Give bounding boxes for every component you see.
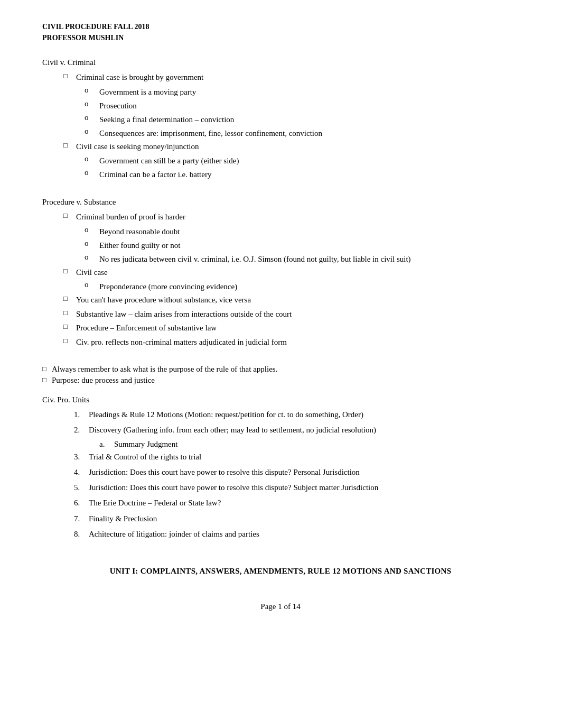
purpose-text1: Always remember to ask what is the purpo… <box>52 365 277 374</box>
list-item: o Seeking a final determination – convic… <box>85 113 519 126</box>
bullet-icon: □ <box>63 294 74 303</box>
section1-title: Civil v. Criminal <box>42 58 519 67</box>
list-item: o Either found guilty or not <box>85 239 519 252</box>
item-number: 6. <box>74 497 89 509</box>
item-text: Pleadings & Rule 12 Motions (Motion: req… <box>89 409 519 421</box>
list-item: o Beyond reasonable doubt <box>85 225 519 238</box>
item-text: You can't have procedure without substan… <box>76 294 519 306</box>
units-list: 1. Pleadings & Rule 12 Motions (Motion: … <box>74 409 519 540</box>
section-procedure-substance: Procedure v. Substance □ Criminal burden… <box>42 198 519 348</box>
subitem-text: Seeking a final determination – convicti… <box>99 113 519 126</box>
list-item: o Preponderance (more convincing evidenc… <box>85 280 519 293</box>
subitem-text: Preponderance (more convincing evidence) <box>99 280 519 293</box>
sub-bullet-icon: o <box>85 86 97 95</box>
list-item: □ Purpose: due process and justice <box>42 376 519 385</box>
bullet-icon: □ <box>63 322 74 331</box>
subitem-text: Government can still be a party (either … <box>99 154 519 167</box>
list-item: o Government can still be a party (eithe… <box>85 154 519 167</box>
list-item: □ Criminal burden of proof is harder <box>63 211 519 223</box>
header: CIVIL PROCEDURE FALL 2018 PROFESSOR MUSH… <box>42 21 519 43</box>
sub-bullet-icon: o <box>85 168 97 177</box>
subitems-container: o Beyond reasonable doubt o Either found… <box>85 225 519 265</box>
bullet-icon: □ <box>63 72 74 80</box>
bullet-icon: □ <box>63 337 74 345</box>
list-item: 1. Pleadings & Rule 12 Motions (Motion: … <box>74 409 519 421</box>
item-number: 5. <box>74 482 89 494</box>
sub-bullet-icon: o <box>85 113 97 122</box>
sub-bullet-icon: o <box>85 154 97 163</box>
subitem-text: Summary Judgment <box>114 440 177 449</box>
bullet-icon: □ <box>63 141 74 150</box>
list-item: □ Substantive law – claim arises from in… <box>63 308 519 320</box>
subitems-container: o Preponderance (more convincing evidenc… <box>85 280 519 293</box>
section4-title: Civ. Pro. Units <box>42 395 519 404</box>
item-text: Civil case <box>76 266 519 279</box>
list-item: a. Summary Judgment <box>99 440 519 449</box>
section-civil-criminal: Civil v. Criminal □ Criminal case is bro… <box>42 58 519 181</box>
subitem-text: Consequences are: imprisonment, fine, le… <box>99 127 519 140</box>
list-item: o Prosecution <box>85 99 519 112</box>
bullet-icon: □ <box>63 211 74 220</box>
item-text: Civil case is seeking money/injunction <box>76 141 519 153</box>
list-item: □ Procedure – Enforcement of substantive… <box>63 322 519 334</box>
item-text: Civ. pro. reflects non-criminal matters … <box>76 336 519 348</box>
list-item: o No res judicata between civil v. crimi… <box>85 253 519 265</box>
list-item: 6. The Erie Doctrine – Federal or State … <box>74 497 519 509</box>
section-units: Civ. Pro. Units 1. Pleadings & Rule 12 M… <box>42 395 519 540</box>
subitems-container: o Government can still be a party (eithe… <box>85 154 519 181</box>
list-item: □ Always remember to ask what is the pur… <box>42 365 519 374</box>
list-item: □ Civil case is seeking money/injunction <box>63 141 519 153</box>
list-item: 4. Jurisdiction: Does this court have po… <box>74 466 519 478</box>
subitem-text: Criminal can be a factor i.e. battery <box>99 168 519 181</box>
item-number: 1. <box>74 409 89 421</box>
item-number: 7. <box>74 513 89 525</box>
unit-title: UNIT I: COMPLAINTS, ANSWERS, AMENDMENTS,… <box>42 567 519 576</box>
list-item: 5. Jurisdiction: Does this court have po… <box>74 482 519 494</box>
subitem-text: Government is a moving party <box>99 86 519 98</box>
section-purpose: □ Always remember to ask what is the pur… <box>42 365 519 385</box>
item-text: Jurisdiction: Does this court have power… <box>89 466 519 478</box>
item-text: Achitecture of litigation: joinder of cl… <box>89 528 519 540</box>
page: CIVIL PROCEDURE FALL 2018 PROFESSOR MUSH… <box>0 0 561 728</box>
list-item: o Government is a moving party <box>85 86 519 98</box>
list-item: o Consequences are: imprisonment, fine, … <box>85 127 519 140</box>
bullet-icon: □ <box>42 376 52 385</box>
list-item: 2. Discovery (Gathering info. from each … <box>74 424 519 436</box>
sub-bullet-icon: o <box>85 99 97 108</box>
item-text: Criminal case is brought by government <box>76 71 519 84</box>
bullet-icon: □ <box>63 309 74 317</box>
list-item: □ Civil case <box>63 266 519 279</box>
subitem-text: Either found guilty or not <box>99 239 519 252</box>
subitem-text: Beyond reasonable doubt <box>99 225 519 238</box>
item-number: 2. <box>74 424 89 436</box>
sub-bullet-icon: o <box>85 253 97 262</box>
item-text: Finality & Preclusion <box>89 513 519 525</box>
item-number: 8. <box>74 528 89 540</box>
purpose-text2: Purpose: due process and justice <box>52 376 155 385</box>
item-text: Discovery (Gathering info. from each oth… <box>89 424 519 436</box>
list-item: 8. Achitecture of litigation: joinder of… <box>74 528 519 540</box>
alpha-marker: a. <box>99 440 114 449</box>
subitems-container: o Government is a moving party o Prosecu… <box>85 86 519 140</box>
header-line2: PROFESSOR MUSHLIN <box>42 32 519 43</box>
sub-bullet-icon: o <box>85 239 97 248</box>
page-footer: Page 1 of 14 <box>42 602 519 622</box>
subitem-text: Prosecution <box>99 99 519 112</box>
list-item: □ Criminal case is brought by government <box>63 71 519 84</box>
sub-bullet-icon: o <box>85 280 97 289</box>
list-item: 7. Finality & Preclusion <box>74 513 519 525</box>
item-text: Substantive law – claim arises from inte… <box>76 308 519 320</box>
item-text: Jurisdiction: Does this court have power… <box>89 482 519 494</box>
item-number: 3. <box>74 451 89 463</box>
item-text: Procedure – Enforcement of substantive l… <box>76 322 519 334</box>
list-item: 3. Trial & Control of the rights to tria… <box>74 451 519 463</box>
list-item: o Criminal can be a factor i.e. battery <box>85 168 519 181</box>
bullet-icon: □ <box>63 267 74 275</box>
item-text: The Erie Doctrine – Federal or State law… <box>89 497 519 509</box>
bullet-icon: □ <box>42 365 52 374</box>
section2-title: Procedure v. Substance <box>42 198 519 207</box>
sub-bullet-icon: o <box>85 127 97 136</box>
item-number: 4. <box>74 466 89 478</box>
header-line1: CIVIL PROCEDURE FALL 2018 <box>42 21 519 32</box>
list-item: □ Civ. pro. reflects non-criminal matter… <box>63 336 519 348</box>
